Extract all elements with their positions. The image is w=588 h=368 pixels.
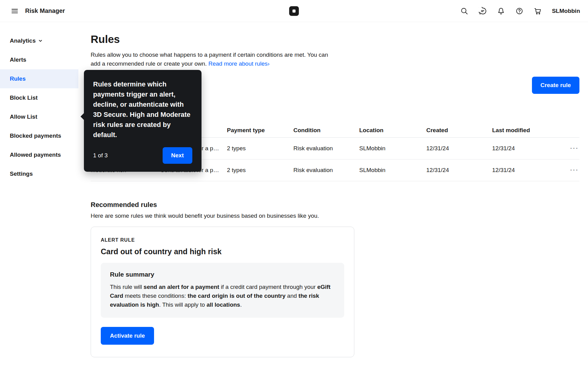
- sidebar-item-label: Allow List: [10, 113, 37, 120]
- tooltip-next-button[interactable]: Next: [163, 147, 192, 164]
- onboarding-tooltip: Rules determine which payments trigger a…: [84, 70, 202, 172]
- tooltip-arrow-left: [81, 113, 84, 120]
- column-header-created: Created: [426, 123, 492, 137]
- tooltip-text: Rules determine which payments trigger a…: [93, 79, 192, 140]
- column-header-payment-type: Payment type: [227, 123, 293, 137]
- row-actions-ellipsis-icon[interactable]: ···: [570, 166, 579, 175]
- tooltip-footer: 1 of 3 Next: [93, 147, 192, 164]
- cell-location: SLMobbin: [359, 161, 426, 180]
- recommended-rules-description: Here are some rules we think would benef…: [91, 213, 579, 219]
- sidebar-item-blocked-payments[interactable]: Blocked payments: [0, 126, 78, 145]
- sidebar-item-label: Allowed payments: [10, 151, 61, 158]
- sidebar-item-rules[interactable]: Rules: [0, 69, 78, 88]
- cell-payment-type: 2 types: [227, 161, 293, 180]
- sidebar-item-label: Block List: [10, 94, 38, 101]
- topbar-actions: SLMobbin: [458, 4, 580, 18]
- tooltip-step-indicator: 1 of 3: [93, 152, 108, 159]
- menu-icon[interactable]: [8, 4, 21, 18]
- cell-created: 12/31/24: [426, 139, 492, 158]
- search-icon[interactable]: [458, 4, 471, 18]
- column-header-actions: [561, 127, 579, 134]
- read-more-label: Read more about rules: [208, 60, 267, 67]
- sidebar-item-label: Rules: [10, 75, 26, 82]
- column-header-last-modified: Last modified: [492, 123, 561, 137]
- chat-icon[interactable]: [476, 4, 489, 18]
- recommended-rules-section: Recommended rules Here are some rules we…: [91, 201, 579, 368]
- cell-last-modified: 12/31/24: [492, 139, 561, 158]
- cell-condition: Risk evaluation: [293, 161, 359, 180]
- read-more-link[interactable]: Read more about rules›: [208, 60, 270, 67]
- cell-location: SLMobbin: [359, 139, 426, 158]
- sidebar-item-label: Analytics: [10, 37, 36, 44]
- rule-summary-box: Rule summary This rule will send an aler…: [101, 263, 344, 318]
- sidebar-item-alerts[interactable]: Alerts: [0, 50, 78, 69]
- sidebar-item-block-list[interactable]: Block List: [0, 88, 78, 107]
- sidebar-item-analytics[interactable]: Analytics: [0, 31, 78, 50]
- sidebar-item-label: Blocked payments: [10, 132, 61, 139]
- rule-summary-title: Rule summary: [110, 271, 335, 278]
- app-title: Risk Manager: [25, 7, 65, 14]
- page-description: Rules allow you to choose what happens t…: [91, 50, 339, 68]
- cart-icon[interactable]: [531, 4, 545, 18]
- rule-summary-text: This rule will send an alert for a payme…: [110, 282, 335, 309]
- column-header-condition: Condition: [293, 123, 359, 137]
- bell-icon[interactable]: [494, 4, 508, 18]
- recommended-rule-card: ALERT RULE Card out of country and high …: [91, 227, 354, 357]
- recommended-rules-title: Recommended rules: [91, 201, 579, 209]
- help-icon[interactable]: [513, 4, 526, 18]
- chevron-right-icon: ›: [268, 60, 270, 67]
- sidebar-item-allow-list[interactable]: Allow List: [0, 107, 78, 126]
- create-rule-button[interactable]: Create rule: [532, 77, 579, 94]
- activate-rule-button[interactable]: Activate rule: [101, 327, 154, 345]
- cell-last-modified: 12/31/24: [492, 161, 561, 180]
- column-header-location: Location: [359, 123, 426, 137]
- square-logo[interactable]: [287, 4, 301, 18]
- cell-created: 12/31/24: [426, 161, 492, 180]
- sidebar-item-label: Settings: [10, 171, 33, 177]
- sidebar-item-allowed-payments[interactable]: Allowed payments: [0, 145, 78, 164]
- page-title: Rules: [91, 33, 579, 45]
- sidebar-item-settings[interactable]: Settings: [0, 164, 78, 183]
- topbar: Risk Manager: [0, 0, 588, 22]
- rule-type-badge: ALERT RULE: [101, 237, 344, 243]
- sidebar: Analytics Alerts Rules Block List Allow …: [0, 22, 78, 368]
- cell-condition: Risk evaluation: [293, 139, 359, 158]
- sidebar-item-label: Alerts: [10, 56, 26, 63]
- cell-payment-type: 2 types: [227, 139, 293, 158]
- recommended-rule-title: Card out of country and high risk: [101, 247, 344, 256]
- user-menu[interactable]: SLMobbin: [552, 8, 580, 14]
- chevron-down-icon: [38, 38, 43, 43]
- row-actions-ellipsis-icon[interactable]: ···: [570, 144, 579, 153]
